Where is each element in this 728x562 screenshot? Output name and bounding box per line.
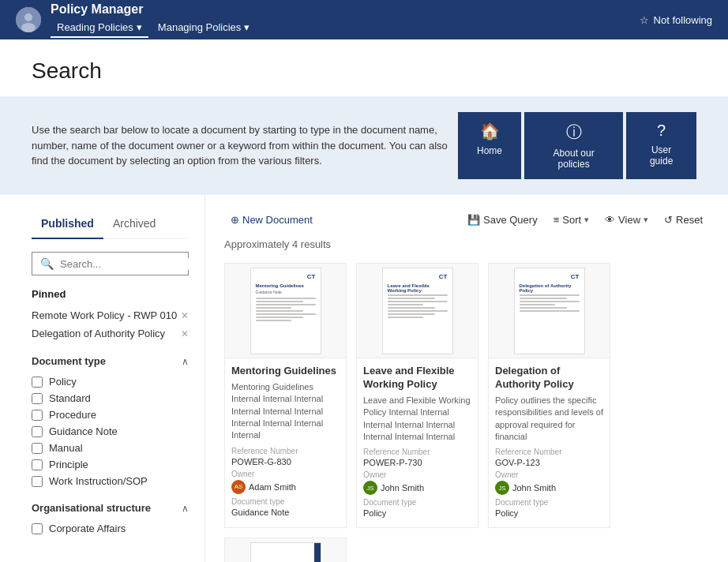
owner-avatar: JS — [495, 481, 509, 495]
search-icon: 🔍 — [40, 257, 54, 270]
doc-title: Mentoring Guidelines — [231, 365, 340, 378]
doc-type: Guidance Note — [231, 508, 340, 517]
reset-button[interactable]: ↺ Reset — [658, 211, 709, 229]
view-button[interactable]: 👁 View ▾ — [599, 211, 655, 229]
chevron-down-icon: ▾ — [137, 21, 142, 33]
main: Search Use the search bar below to locat… — [0, 39, 728, 562]
owner-label: Owner — [231, 470, 340, 478]
doc-card-leave[interactable]: CT Leave and Flexible Working Policy — [356, 263, 478, 528]
filter-manual[interactable]: Manual — [32, 440, 189, 456]
guidance-note-checkbox[interactable] — [32, 426, 43, 437]
doc-type-label: Document type — [231, 497, 340, 506]
tab-archived[interactable]: Archived — [103, 211, 165, 239]
header-nav: Reading Policies ▾ Managing Policies ▾ — [51, 18, 256, 38]
doc-type-label: Document type — [363, 498, 471, 507]
owner-name: John Smith — [381, 483, 424, 493]
reset-icon: ↺ — [664, 214, 673, 226]
filter-principle[interactable]: Principle — [32, 456, 189, 473]
owner-avatar: JS — [363, 481, 377, 495]
document-type-filter: Document type ∧ Policy Standard Procedur… — [32, 355, 189, 489]
sidebar: Published Archived 🔍 Pinned Remote Work … — [0, 195, 205, 562]
info-text: Use the search bar below to locate a doc… — [32, 122, 458, 169]
nav-managing-policies[interactable]: Managing Policies ▾ — [152, 18, 257, 38]
home-button[interactable]: 🏠 Home — [458, 112, 521, 179]
document-type-header[interactable]: Document type ∧ — [32, 355, 189, 367]
doc-thumb: CT Mentoring Guidelines Guidance Note — [225, 264, 346, 358]
doc-type: Policy — [495, 508, 603, 518]
doc-type: Policy — [363, 508, 471, 518]
toolbar: ⊕ New Document 💾 Save Query ≡ Sort ▾ — [224, 211, 709, 229]
filter-procedure[interactable]: Procedure — [32, 407, 189, 423]
star-icon: ☆ — [640, 14, 649, 26]
filter-policy[interactable]: Policy — [32, 373, 189, 390]
chevron-down-icon: ▾ — [584, 215, 589, 225]
owner-label: Owner — [363, 470, 471, 479]
nav-reading-policies[interactable]: Reading Policies ▾ — [51, 18, 148, 38]
doc-description: Policy outlines the specific responsibil… — [495, 395, 603, 444]
about-policies-button[interactable]: ⓘ About our policies — [524, 112, 623, 179]
standard-checkbox[interactable] — [32, 393, 43, 404]
new-document-button[interactable]: ⊕ New Document — [224, 211, 319, 229]
principle-checkbox[interactable] — [32, 459, 43, 470]
info-banner: Use the search bar below to locate a doc… — [0, 96, 728, 195]
owner-avatar: AS — [231, 480, 246, 494]
policy-checkbox[interactable] — [32, 377, 43, 388]
plus-circle-icon: ⊕ — [231, 214, 239, 226]
procedure-checkbox[interactable] — [32, 410, 43, 421]
doc-thumb: Remote Work Policy - RWP 010 — [225, 538, 346, 562]
ref-label: Reference Number — [363, 448, 471, 456]
manual-checkbox[interactable] — [32, 443, 43, 454]
user-guide-button[interactable]: ? User guide — [626, 112, 696, 179]
pinned-item-delegation[interactable]: Delegation of Authority Policy ✕ — [32, 324, 189, 343]
not-following-btn[interactable]: ☆ Not following — [640, 14, 712, 26]
doc-card-body: Delegation of Authority Policy Policy ou… — [489, 358, 610, 527]
doc-owner: AS Adam Smith — [231, 480, 340, 494]
save-query-button[interactable]: 💾 Save Query — [461, 211, 544, 229]
owner-name: John Smith — [512, 483, 556, 493]
chevron-down-icon: ▾ — [644, 215, 648, 225]
avatar — [16, 7, 41, 32]
sort-icon: ≡ — [554, 214, 560, 226]
content-area: Published Archived 🔍 Pinned Remote Work … — [0, 195, 728, 562]
work-instruction-checkbox[interactable] — [32, 476, 43, 487]
header-title-block: Policy Manager Reading Policies ▾ Managi… — [51, 2, 256, 38]
results-count: Approximately 4 results — [224, 238, 709, 250]
filter-corporate-affairs[interactable]: Corporate Affairs — [32, 520, 189, 537]
sort-button[interactable]: ≡ Sort ▾ — [547, 211, 595, 229]
doc-description: Leave and Flexible Working Policy Intern… — [363, 395, 471, 444]
org-structure-header[interactable]: Organisational structure ∧ — [32, 502, 189, 514]
chevron-down-icon: ▾ — [244, 21, 250, 33]
home-icon: 🏠 — [480, 122, 500, 140]
svg-point-1 — [24, 13, 32, 21]
pinned-item-rwp[interactable]: Remote Work Policy - RWP 010 ✕ — [32, 306, 189, 324]
svg-point-2 — [21, 23, 36, 32]
pin-icon: ✕ — [181, 310, 189, 321]
ref-label: Reference Number — [495, 448, 603, 456]
doc-type-label: Document type — [495, 498, 603, 507]
toolbar-left: ⊕ New Document — [224, 211, 455, 229]
org-structure-filter: Organisational structure ∧ Corporate Aff… — [32, 502, 189, 537]
doc-card-remote-work[interactable]: Remote Work Policy - RWP 010 Remote Work… — [224, 538, 347, 562]
save-icon: 💾 — [467, 214, 480, 226]
chevron-up-icon: ∧ — [182, 356, 189, 367]
doc-description: Mentoring Guidelines Internal Internal I… — [231, 381, 340, 442]
ref-number: POWER-G-830 — [231, 457, 340, 466]
doc-card-delegation[interactable]: CT Delegation of Authority Policy — [488, 263, 610, 528]
filter-standard[interactable]: Standard — [32, 390, 189, 407]
header-left: Policy Manager Reading Policies ▾ Managi… — [16, 2, 256, 38]
doc-thumb: CT Leave and Flexible Working Policy — [357, 264, 478, 358]
doc-thumb: CT Delegation of Authority Policy — [489, 264, 610, 358]
app-title: Policy Manager — [51, 2, 256, 17]
filter-guidance-note[interactable]: Guidance Note — [32, 423, 189, 440]
tab-published[interactable]: Published — [32, 211, 103, 239]
cards-grid: CT Mentoring Guidelines Guidance Note — [224, 263, 709, 562]
search-input[interactable] — [60, 258, 193, 270]
pinned-title: Pinned — [32, 288, 189, 300]
filter-work-instruction[interactable]: Work Instruction/SOP — [32, 473, 189, 489]
view-icon: 👁 — [605, 214, 615, 226]
corporate-affairs-checkbox[interactable] — [32, 523, 43, 534]
doc-title: Leave and Flexible Working Policy — [363, 365, 471, 392]
page-title-section: Search — [0, 39, 728, 96]
info-buttons: 🏠 Home ⓘ About our policies ? User guide — [458, 112, 696, 179]
doc-card-mentoring[interactable]: CT Mentoring Guidelines Guidance Note — [224, 263, 347, 528]
